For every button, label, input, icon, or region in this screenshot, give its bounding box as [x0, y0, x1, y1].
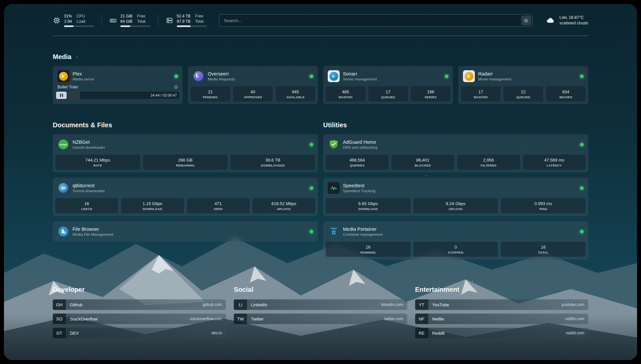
overseerr-icon[interactable]	[193, 70, 204, 82]
section-title-developer: Developer	[53, 286, 226, 293]
service-desc-adguard: DNS and adblocking	[343, 145, 378, 149]
bookmark-stackoverflow[interactable]: SO StackOverflow stackoverflow.com	[53, 314, 226, 324]
memory-progress-fill	[120, 25, 130, 27]
bookmark-github[interactable]: GH Github github.com	[53, 299, 226, 310]
section-title-utilities: Utilities	[323, 121, 588, 129]
cpu-progress-track	[64, 25, 94, 27]
bookmark-url: youtube.com	[562, 302, 588, 307]
stat-series: 196 SERIES	[411, 86, 450, 102]
bookmark-twitter[interactable]: TW Twitter twitter.com	[234, 314, 407, 324]
snow-flakes	[4, 4, 5, 5]
bookmark-name: Twitter	[247, 317, 263, 321]
service-card-overseerr: Overseerr Media Requests 21 PENDING 40 A…	[188, 66, 318, 104]
bookmark-name: YouTube	[428, 302, 449, 307]
memory-total: 64 GiB	[120, 19, 133, 24]
service-name-radarr[interactable]: Radarr	[478, 71, 511, 76]
speedtest-icon[interactable]	[328, 182, 340, 194]
adguard-icon[interactable]	[328, 138, 340, 150]
cpu-label: CPU	[76, 14, 85, 19]
bookmark-url: dev.to	[212, 331, 226, 335]
portainer-icon[interactable]	[328, 226, 340, 237]
stat-upload: 9.24 Gbps UPLOAD	[413, 198, 498, 213]
search-input[interactable]	[219, 14, 533, 27]
disk-widget: 52.4 TB 97.9 TB Free Total	[166, 14, 207, 27]
bookmark-url: linkedin.com	[381, 302, 407, 307]
bookmark-name: StackOverflow	[66, 317, 98, 321]
bookmark-abbr: RE	[415, 328, 428, 338]
service-name-adguard[interactable]: AdGuard Home	[343, 139, 378, 145]
stat-queued: 22 QUEUED	[504, 86, 543, 102]
service-name-filebrowser[interactable]: File Browser	[73, 227, 113, 232]
filebrowser-icon[interactable]	[57, 226, 69, 237]
stat-wanted: 485 WANTED	[326, 86, 365, 102]
bookmark-youtube[interactable]: YT YouTube youtube.com	[415, 299, 588, 310]
bookmark-abbr: GH	[53, 299, 66, 310]
bookmark-abbr: YT	[415, 299, 428, 310]
bookmark-name: Github	[66, 302, 82, 307]
bookmark-linkedin[interactable]: LI LinkedIn linkedin.com	[234, 299, 407, 310]
disk-total: 97.9 TB	[177, 19, 191, 24]
cpu-load: 2.94	[64, 19, 72, 24]
service-name-sonarr[interactable]: Sonarr	[343, 71, 377, 76]
service-card-portainer: Media Portainer Container management 16 …	[323, 221, 588, 259]
service-desc-filebrowser: Media File Management	[73, 232, 113, 236]
service-name-plex[interactable]: Plex	[73, 71, 94, 76]
disk-free: 52.4 TB	[177, 14, 191, 19]
status-dot	[174, 75, 178, 78]
stat-movies: 834 MOVIES	[546, 86, 586, 102]
bookmark-reddit[interactable]: RE Reddit reddit.com	[415, 328, 588, 338]
search-provider-button[interactable]: G	[521, 15, 531, 25]
service-card-filebrowser: File Browser Media File Management	[53, 221, 318, 242]
status-dot	[310, 143, 313, 146]
plex-progress-bar[interactable]: 24:44 / 02:06:47	[56, 92, 179, 99]
service-desc-portainer: Container management	[343, 232, 382, 236]
radarr-icon[interactable]: ▶	[463, 70, 475, 82]
cpu-widget: 31% 2.94 CPU Load	[53, 14, 94, 27]
topbar-divider	[158, 14, 158, 27]
disk-progress-fill	[177, 25, 191, 27]
stat-latency: 47.569 ms LATENCY	[523, 155, 586, 170]
bookmark-url: reddit.com	[566, 331, 588, 335]
bookmark-abbr: NF	[415, 314, 428, 324]
bookmark-url: twitter.com	[384, 317, 407, 321]
service-card-adguard: AdGuard Home DNS and adblocking 498,564 …	[323, 134, 588, 172]
bookmark-abbr: LI	[234, 299, 247, 310]
bookmark-dev[interactable]: DT DEV dev.to	[53, 328, 226, 338]
bookmark-url: netflix.com	[565, 317, 588, 321]
bookmark-name: Netflix	[428, 317, 444, 321]
stat-queued: 17 QUEUED	[368, 86, 408, 102]
disk-total-label: Total	[195, 19, 203, 24]
service-card-speedtest: Speedtest Speedtest Tracking 9.65 Gbps D…	[323, 178, 588, 216]
stat-stopped: 0 STOPPED	[413, 242, 498, 257]
service-name-qbittorrent[interactable]: qBittorrent	[73, 183, 105, 188]
service-desc-nzbget: Usenet downloader	[73, 145, 105, 149]
stat-pending: 21 PENDING	[191, 86, 230, 102]
gear-icon[interactable]: ⚙	[174, 85, 178, 89]
bookmark-url: github.com	[203, 302, 226, 307]
stat-download: 1.19 Gbps DOWNLOAD	[121, 198, 184, 213]
service-name-portainer[interactable]: Media Portainer	[343, 227, 382, 232]
qbittorrent-icon[interactable]: qb	[57, 182, 69, 194]
service-name-nzbget[interactable]: NZBGet	[73, 139, 105, 145]
nzbget-icon[interactable]: nzbget	[57, 138, 69, 150]
stat-available: 945 AVAILABLE	[276, 86, 315, 102]
status-dot	[310, 186, 313, 190]
bookmark-name: DEV	[66, 331, 79, 336]
stat-upload: 618.52 Mbps UPLOAD	[253, 198, 315, 213]
status-dot	[580, 230, 584, 233]
memory-free: 21 GiB	[120, 14, 133, 19]
service-name-overseerr[interactable]: Overseerr	[208, 71, 235, 76]
qbittorrent-logo-text: qb	[58, 183, 68, 193]
playback-time: 24:44 / 02:06:47	[150, 93, 179, 97]
weather-condition: scattered clouds	[560, 20, 588, 26]
now-playing-title: Bullet Train	[57, 85, 78, 89]
stat-rate: 744.21 Mbps RATE	[55, 155, 140, 170]
service-name-speedtest[interactable]: Speedtest	[343, 183, 375, 188]
plex-icon[interactable]: ▶	[57, 70, 69, 82]
sonarr-icon[interactable]: ▶	[328, 70, 340, 82]
bookmark-netflix[interactable]: NF Netflix netflix.com	[415, 314, 588, 324]
memory-icon	[109, 16, 117, 24]
pause-button[interactable]	[56, 92, 67, 99]
service-desc-sonarr: Series management	[343, 77, 377, 81]
radarr-arrow-glyph: ▶	[465, 72, 473, 81]
